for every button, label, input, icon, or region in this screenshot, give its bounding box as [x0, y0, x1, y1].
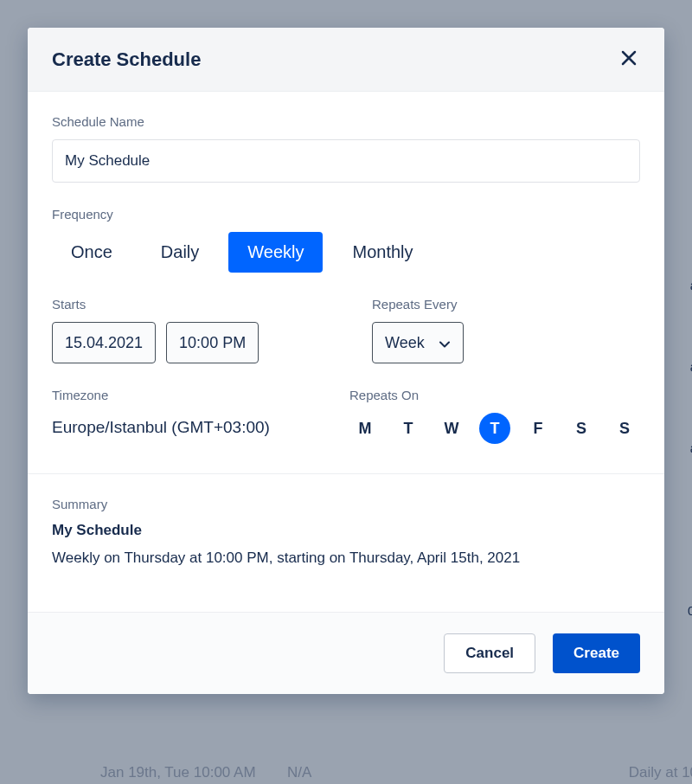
bg-row-na: N/A	[287, 764, 311, 781]
starts-time-input[interactable]: 10:00 PM	[166, 322, 259, 363]
repeats-every-value: Week	[385, 334, 425, 352]
chevron-down-icon	[439, 337, 451, 349]
frequency-label: Frequency	[52, 207, 640, 222]
summary-label: Summary	[52, 497, 640, 511]
bg-row-freq: Daily at 10:00 AM	[629, 764, 692, 781]
frequency-section: Frequency Once Daily Weekly Monthly	[52, 207, 640, 273]
day-saturday[interactable]: S	[566, 413, 597, 444]
summary-description: Weekly on Thursday at 10:00 PM, starting…	[52, 548, 640, 569]
day-tuesday[interactable]: T	[393, 413, 424, 444]
modal-header: Create Schedule	[28, 28, 664, 92]
schedule-name-section: Schedule Name	[52, 114, 640, 183]
repeats-every-section: Repeats Every Week	[372, 297, 640, 363]
day-wednesday[interactable]: W	[436, 413, 467, 444]
frequency-tab-once[interactable]: Once	[52, 232, 131, 273]
frequency-tab-daily[interactable]: Daily	[142, 232, 218, 273]
frequency-tab-monthly[interactable]: Monthly	[333, 232, 432, 273]
modal-footer: Cancel Create	[28, 612, 664, 694]
day-thursday[interactable]: T	[479, 413, 510, 444]
close-icon	[621, 50, 637, 68]
frequency-tab-weekly[interactable]: Weekly	[228, 232, 323, 273]
cancel-button[interactable]: Cancel	[444, 633, 535, 673]
starts-section: Starts 15.04.2021 10:00 PM	[52, 297, 320, 363]
modal-title: Create Schedule	[52, 48, 201, 71]
repeats-every-label: Repeats Every	[372, 297, 640, 312]
day-sunday[interactable]: S	[609, 413, 640, 444]
summary-title: My Schedule	[52, 522, 640, 539]
timezone-value: Europe/Istanbul (GMT+03:00)	[52, 418, 298, 437]
day-monday[interactable]: M	[349, 413, 381, 444]
timezone-repeatson-row: Timezone Europe/Istanbul (GMT+03:00) Rep…	[52, 388, 640, 444]
starts-time-value: 10:00 PM	[179, 334, 246, 352]
starts-date-value: 15.04.2021	[65, 334, 143, 352]
repeats-on-section: Repeats On M T W T F S S	[349, 388, 640, 444]
create-button[interactable]: Create	[553, 633, 640, 673]
days-row: M T W T F S S	[349, 413, 640, 444]
frequency-tabs: Once Daily Weekly Monthly	[52, 232, 640, 273]
close-button[interactable]	[618, 47, 640, 72]
timezone-label: Timezone	[52, 388, 298, 402]
starts-label: Starts	[52, 297, 320, 312]
schedule-name-input[interactable]	[52, 139, 640, 183]
repeats-every-select[interactable]: Week	[372, 322, 464, 363]
bg-row-date: Jan 19th, Tue 10:00 AM	[100, 764, 256, 781]
summary-section: Summary My Schedule Weekly on Thursday a…	[52, 497, 640, 569]
bg-text: 0 PM	[688, 603, 692, 618]
starts-date-input[interactable]: 15.04.2021	[52, 322, 156, 363]
schedule-name-label: Schedule Name	[52, 114, 640, 129]
day-friday[interactable]: F	[522, 413, 554, 444]
repeats-on-label: Repeats On	[349, 388, 640, 402]
starts-repeats-row: Starts 15.04.2021 10:00 PM Repeats Every…	[52, 297, 640, 363]
divider	[28, 473, 664, 474]
timezone-section: Timezone Europe/Istanbul (GMT+03:00)	[52, 388, 298, 444]
create-schedule-modal: Create Schedule Schedule Name Frequency …	[28, 28, 664, 694]
